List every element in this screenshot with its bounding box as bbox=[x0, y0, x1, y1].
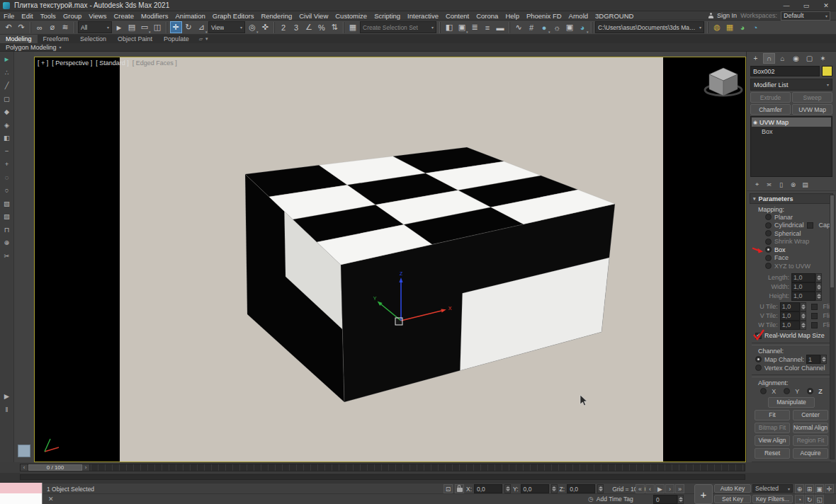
real-world-map-size-row[interactable]: Real-World Map Size bbox=[750, 331, 833, 340]
z-coordinate-field[interactable]: 0,0 bbox=[567, 484, 595, 493]
timeline-prev-icon[interactable]: ‹ bbox=[21, 464, 28, 471]
panel-scrollbar[interactable] bbox=[830, 195, 835, 459]
clear-prompt-icon[interactable]: ✕ bbox=[48, 496, 54, 503]
undo-icon[interactable]: ↶ bbox=[3, 21, 15, 33]
window-crossing-icon[interactable]: ◫ bbox=[152, 21, 164, 33]
set-keys-button[interactable]: + bbox=[694, 484, 713, 504]
mapping-option-cylindrical[interactable]: CylindricalCap bbox=[750, 222, 833, 230]
scene-explorer-icon[interactable]: ≡ bbox=[482, 21, 494, 33]
asset-tracking-icon[interactable]: ◍ bbox=[711, 21, 723, 33]
mapping-option-planar[interactable]: Planar bbox=[750, 213, 833, 222]
radio-box[interactable] bbox=[765, 246, 772, 253]
percent-snap-icon[interactable]: % bbox=[316, 21, 328, 33]
viewport-pov-menu[interactable]: [ Perspective ] bbox=[52, 59, 92, 67]
edit-named-selections-icon[interactable]: ▦ bbox=[347, 21, 359, 33]
axis-radio-y[interactable] bbox=[784, 388, 790, 394]
radio-shrink-wrap[interactable] bbox=[765, 239, 772, 245]
flip-checkbox[interactable] bbox=[811, 304, 818, 310]
maximize-button[interactable]: ▭ bbox=[796, 0, 816, 11]
hierarchy-tab-icon[interactable]: ⌂ bbox=[776, 53, 789, 64]
spinner-arrows[interactable] bbox=[800, 321, 806, 330]
align-button-acquire[interactable]: Acquire bbox=[793, 448, 828, 459]
strip-stop-icon[interactable]: ‖ bbox=[1, 404, 12, 415]
selection-set-dropdown[interactable]: Selected ▾ bbox=[752, 484, 793, 493]
menu-modifiers[interactable]: Modifiers bbox=[137, 12, 172, 20]
vertex-mode-icon[interactable]: ∴ bbox=[1, 67, 12, 78]
spinner-arrows[interactable] bbox=[800, 311, 806, 321]
snap-toggle-2d-icon[interactable]: 2 bbox=[278, 21, 290, 33]
spinner-arrows[interactable] bbox=[551, 484, 558, 493]
maximize-viewport-icon[interactable]: ◱ bbox=[815, 495, 824, 504]
height-field[interactable]: 1,0 bbox=[791, 292, 815, 301]
set-key-button[interactable]: Set Key bbox=[714, 495, 751, 503]
zoom-extents-icon[interactable]: ▣ bbox=[815, 484, 824, 493]
ribbon-tab-selection[interactable]: Selection bbox=[74, 35, 112, 43]
width-field[interactable]: 1,0 bbox=[791, 282, 815, 292]
flip-checkbox[interactable] bbox=[811, 313, 818, 319]
manipulate-button[interactable]: Manipulate bbox=[768, 397, 815, 408]
iterative-render-icon[interactable]: ◕ bbox=[737, 21, 749, 33]
radio-spherical[interactable] bbox=[765, 230, 772, 236]
workspace-dropdown[interactable]: Default ▾ bbox=[781, 11, 830, 21]
x-coordinate-field[interactable]: 0,0 bbox=[474, 484, 502, 493]
align-button-view-align[interactable]: View Align bbox=[755, 435, 790, 446]
go-to-end-icon[interactable]: » bbox=[675, 484, 684, 493]
curve-editor-icon[interactable]: ∿ bbox=[513, 21, 525, 33]
spinner-arrows[interactable] bbox=[800, 302, 806, 311]
select-and-manipulate-icon[interactable]: ✜ bbox=[259, 21, 271, 33]
menu-3dground[interactable]: 3DGROUND bbox=[592, 12, 637, 20]
motion-tab-icon[interactable]: ◉ bbox=[790, 53, 802, 64]
orbit-icon[interactable]: ↻ bbox=[805, 495, 814, 504]
viewport-edged-faces-menu[interactable]: [ Edged Faces ] bbox=[132, 59, 177, 67]
viewport-scene[interactable]: XYZ bbox=[35, 57, 745, 462]
menu-rendering[interactable]: Rendering bbox=[257, 12, 295, 20]
mapping-option-box[interactable]: Box bbox=[750, 246, 833, 254]
spinner-arrows[interactable] bbox=[504, 484, 511, 493]
menu-file[interactable]: File bbox=[0, 12, 18, 20]
axis-option-x[interactable]: X bbox=[760, 388, 776, 395]
previous-frame-icon[interactable]: ‹ bbox=[645, 484, 655, 493]
schematic-view-icon[interactable]: # bbox=[526, 21, 538, 33]
remove-modifier-icon[interactable]: ⊗ bbox=[789, 180, 798, 189]
align-button-normal-align[interactable]: Normal Align bbox=[793, 423, 828, 433]
spinner-arrows[interactable] bbox=[597, 484, 604, 493]
align-button-region-fit[interactable]: Region Fit bbox=[793, 435, 828, 446]
zoom-all-icon[interactable]: ⊞ bbox=[805, 484, 814, 493]
border-mode-icon[interactable]: ▢ bbox=[1, 93, 12, 104]
time-slider[interactable]: 0 / 100 bbox=[28, 464, 82, 471]
add-time-tag-button[interactable]: ◷ Add Time Tag bbox=[588, 496, 633, 503]
v-tile-field[interactable]: 1,0 bbox=[780, 311, 801, 321]
axis-option-z[interactable]: Z bbox=[807, 388, 823, 395]
arnold-render-icon[interactable]: ◔ bbox=[750, 21, 762, 33]
render-production-icon[interactable]: ◕▾ bbox=[577, 21, 589, 33]
grow-selection-icon[interactable]: + bbox=[1, 159, 12, 169]
show-end-result-icon[interactable]: ≍ bbox=[764, 180, 774, 189]
y-coordinate-field[interactable]: 0,0 bbox=[521, 484, 549, 493]
select-and-move-icon[interactable]: ✛ bbox=[170, 21, 182, 33]
menu-group[interactable]: Group bbox=[60, 12, 85, 20]
ribbon-modeling-icon[interactable]: ► bbox=[1, 54, 12, 64]
shrink-selection-icon[interactable]: − bbox=[1, 146, 12, 156]
u-tile-field[interactable]: 1,0 bbox=[780, 302, 801, 311]
axis-radio-x[interactable] bbox=[760, 388, 767, 394]
track-bar-lane[interactable] bbox=[20, 474, 745, 480]
current-frame-field[interactable]: 0 bbox=[653, 495, 677, 504]
element-mode-icon[interactable]: ◈ bbox=[1, 120, 12, 130]
render-history-icon[interactable]: ▦ bbox=[724, 21, 736, 33]
track-bar[interactable] bbox=[0, 473, 836, 483]
radio-face[interactable] bbox=[765, 255, 772, 261]
select-and-rotate-icon[interactable]: ↻ bbox=[183, 21, 195, 33]
material-editor-icon[interactable]: ●▾ bbox=[538, 21, 550, 33]
ring-selection-icon[interactable]: ○ bbox=[1, 185, 12, 195]
visibility-eye-icon[interactable]: ◉ bbox=[753, 120, 757, 125]
select-by-name-icon[interactable]: ▤ bbox=[126, 21, 138, 33]
object-color-swatch[interactable] bbox=[822, 66, 832, 76]
project-folder-dropdown[interactable]: C:\Users\asus\Documents\3ds Max 2021▾ bbox=[595, 21, 704, 33]
modifier-button-extrude[interactable]: Extrude bbox=[750, 92, 791, 103]
modifier-button-sweep[interactable]: Sweep bbox=[792, 92, 832, 103]
menu-arnold[interactable]: Arnold bbox=[565, 12, 592, 20]
bridge-tool-icon[interactable]: ⊓ bbox=[1, 224, 12, 235]
next-frame-icon[interactable]: › bbox=[665, 484, 674, 493]
menu-tools[interactable]: Tools bbox=[37, 12, 60, 20]
create-tab-icon[interactable]: + bbox=[750, 53, 762, 64]
